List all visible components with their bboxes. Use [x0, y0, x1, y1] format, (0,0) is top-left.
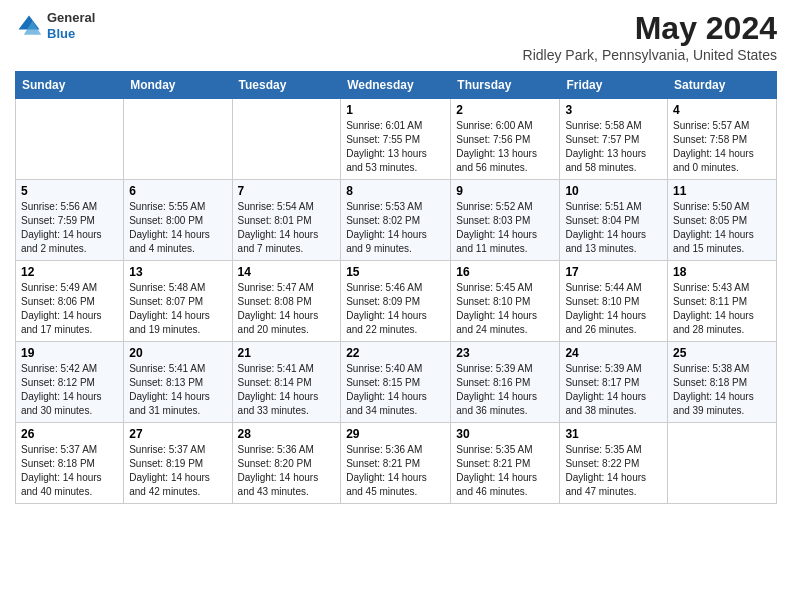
day-number: 14 — [238, 265, 336, 279]
day-number: 23 — [456, 346, 554, 360]
calendar-cell — [124, 99, 232, 180]
day-number: 15 — [346, 265, 445, 279]
calendar-cell: 20Sunrise: 5:41 AMSunset: 8:13 PMDayligh… — [124, 342, 232, 423]
day-number: 21 — [238, 346, 336, 360]
logo-general: General — [47, 10, 95, 26]
day-number: 7 — [238, 184, 336, 198]
day-number: 9 — [456, 184, 554, 198]
week-row-0: 1Sunrise: 6:01 AMSunset: 7:55 PMDaylight… — [16, 99, 777, 180]
day-number: 2 — [456, 103, 554, 117]
calendar-cell: 21Sunrise: 5:41 AMSunset: 8:14 PMDayligh… — [232, 342, 341, 423]
header-sunday: Sunday — [16, 72, 124, 99]
cell-info: Sunrise: 5:44 AMSunset: 8:10 PMDaylight:… — [565, 281, 662, 337]
day-number: 1 — [346, 103, 445, 117]
calendar-cell: 31Sunrise: 5:35 AMSunset: 8:22 PMDayligh… — [560, 423, 668, 504]
cell-info: Sunrise: 6:01 AMSunset: 7:55 PMDaylight:… — [346, 119, 445, 175]
logo: General Blue — [15, 10, 95, 41]
month-title: May 2024 — [523, 10, 777, 47]
page-header: General Blue May 2024 Ridley Park, Penns… — [15, 10, 777, 63]
cell-info: Sunrise: 5:35 AMSunset: 8:21 PMDaylight:… — [456, 443, 554, 499]
day-number: 28 — [238, 427, 336, 441]
cell-info: Sunrise: 5:47 AMSunset: 8:08 PMDaylight:… — [238, 281, 336, 337]
week-row-4: 26Sunrise: 5:37 AMSunset: 8:18 PMDayligh… — [16, 423, 777, 504]
calendar-cell: 13Sunrise: 5:48 AMSunset: 8:07 PMDayligh… — [124, 261, 232, 342]
calendar-cell: 23Sunrise: 5:39 AMSunset: 8:16 PMDayligh… — [451, 342, 560, 423]
calendar-table: SundayMondayTuesdayWednesdayThursdayFrid… — [15, 71, 777, 504]
day-number: 27 — [129, 427, 226, 441]
day-number: 26 — [21, 427, 118, 441]
calendar-cell: 17Sunrise: 5:44 AMSunset: 8:10 PMDayligh… — [560, 261, 668, 342]
header-friday: Friday — [560, 72, 668, 99]
title-block: May 2024 Ridley Park, Pennsylvania, Unit… — [523, 10, 777, 63]
calendar-cell: 3Sunrise: 5:58 AMSunset: 7:57 PMDaylight… — [560, 99, 668, 180]
week-row-1: 5Sunrise: 5:56 AMSunset: 7:59 PMDaylight… — [16, 180, 777, 261]
day-number: 4 — [673, 103, 771, 117]
calendar-header-row: SundayMondayTuesdayWednesdayThursdayFrid… — [16, 72, 777, 99]
calendar-body: 1Sunrise: 6:01 AMSunset: 7:55 PMDaylight… — [16, 99, 777, 504]
cell-info: Sunrise: 5:57 AMSunset: 7:58 PMDaylight:… — [673, 119, 771, 175]
day-number: 11 — [673, 184, 771, 198]
day-number: 25 — [673, 346, 771, 360]
calendar-cell: 9Sunrise: 5:52 AMSunset: 8:03 PMDaylight… — [451, 180, 560, 261]
day-number: 10 — [565, 184, 662, 198]
day-number: 29 — [346, 427, 445, 441]
calendar-cell: 4Sunrise: 5:57 AMSunset: 7:58 PMDaylight… — [668, 99, 777, 180]
header-tuesday: Tuesday — [232, 72, 341, 99]
cell-info: Sunrise: 5:38 AMSunset: 8:18 PMDaylight:… — [673, 362, 771, 418]
week-row-2: 12Sunrise: 5:49 AMSunset: 8:06 PMDayligh… — [16, 261, 777, 342]
day-number: 17 — [565, 265, 662, 279]
calendar-cell: 1Sunrise: 6:01 AMSunset: 7:55 PMDaylight… — [341, 99, 451, 180]
day-number: 8 — [346, 184, 445, 198]
day-number: 20 — [129, 346, 226, 360]
day-number: 18 — [673, 265, 771, 279]
calendar-cell: 29Sunrise: 5:36 AMSunset: 8:21 PMDayligh… — [341, 423, 451, 504]
header-wednesday: Wednesday — [341, 72, 451, 99]
day-number: 16 — [456, 265, 554, 279]
day-number: 12 — [21, 265, 118, 279]
cell-info: Sunrise: 5:36 AMSunset: 8:20 PMDaylight:… — [238, 443, 336, 499]
header-thursday: Thursday — [451, 72, 560, 99]
cell-info: Sunrise: 5:58 AMSunset: 7:57 PMDaylight:… — [565, 119, 662, 175]
cell-info: Sunrise: 5:53 AMSunset: 8:02 PMDaylight:… — [346, 200, 445, 256]
day-number: 6 — [129, 184, 226, 198]
calendar-cell: 5Sunrise: 5:56 AMSunset: 7:59 PMDaylight… — [16, 180, 124, 261]
calendar-cell — [16, 99, 124, 180]
cell-info: Sunrise: 5:48 AMSunset: 8:07 PMDaylight:… — [129, 281, 226, 337]
day-number: 13 — [129, 265, 226, 279]
calendar-cell: 27Sunrise: 5:37 AMSunset: 8:19 PMDayligh… — [124, 423, 232, 504]
cell-info: Sunrise: 5:39 AMSunset: 8:16 PMDaylight:… — [456, 362, 554, 418]
cell-info: Sunrise: 5:42 AMSunset: 8:12 PMDaylight:… — [21, 362, 118, 418]
calendar-cell: 16Sunrise: 5:45 AMSunset: 8:10 PMDayligh… — [451, 261, 560, 342]
cell-info: Sunrise: 5:55 AMSunset: 8:00 PMDaylight:… — [129, 200, 226, 256]
calendar-cell: 18Sunrise: 5:43 AMSunset: 8:11 PMDayligh… — [668, 261, 777, 342]
calendar-cell: 2Sunrise: 6:00 AMSunset: 7:56 PMDaylight… — [451, 99, 560, 180]
cell-info: Sunrise: 5:52 AMSunset: 8:03 PMDaylight:… — [456, 200, 554, 256]
day-number: 22 — [346, 346, 445, 360]
calendar-cell: 10Sunrise: 5:51 AMSunset: 8:04 PMDayligh… — [560, 180, 668, 261]
calendar-cell: 26Sunrise: 5:37 AMSunset: 8:18 PMDayligh… — [16, 423, 124, 504]
cell-info: Sunrise: 6:00 AMSunset: 7:56 PMDaylight:… — [456, 119, 554, 175]
location-subtitle: Ridley Park, Pennsylvania, United States — [523, 47, 777, 63]
calendar-cell: 19Sunrise: 5:42 AMSunset: 8:12 PMDayligh… — [16, 342, 124, 423]
day-number: 5 — [21, 184, 118, 198]
cell-info: Sunrise: 5:40 AMSunset: 8:15 PMDaylight:… — [346, 362, 445, 418]
calendar-cell: 7Sunrise: 5:54 AMSunset: 8:01 PMDaylight… — [232, 180, 341, 261]
logo-icon — [15, 12, 43, 40]
calendar-cell — [232, 99, 341, 180]
day-number: 3 — [565, 103, 662, 117]
calendar-cell — [668, 423, 777, 504]
cell-info: Sunrise: 5:46 AMSunset: 8:09 PMDaylight:… — [346, 281, 445, 337]
logo-text: General Blue — [47, 10, 95, 41]
cell-info: Sunrise: 5:51 AMSunset: 8:04 PMDaylight:… — [565, 200, 662, 256]
calendar-cell: 25Sunrise: 5:38 AMSunset: 8:18 PMDayligh… — [668, 342, 777, 423]
day-number: 24 — [565, 346, 662, 360]
cell-info: Sunrise: 5:36 AMSunset: 8:21 PMDaylight:… — [346, 443, 445, 499]
cell-info: Sunrise: 5:41 AMSunset: 8:14 PMDaylight:… — [238, 362, 336, 418]
cell-info: Sunrise: 5:54 AMSunset: 8:01 PMDaylight:… — [238, 200, 336, 256]
calendar-cell: 30Sunrise: 5:35 AMSunset: 8:21 PMDayligh… — [451, 423, 560, 504]
cell-info: Sunrise: 5:49 AMSunset: 8:06 PMDaylight:… — [21, 281, 118, 337]
cell-info: Sunrise: 5:37 AMSunset: 8:18 PMDaylight:… — [21, 443, 118, 499]
calendar-cell: 24Sunrise: 5:39 AMSunset: 8:17 PMDayligh… — [560, 342, 668, 423]
day-number: 30 — [456, 427, 554, 441]
calendar-cell: 11Sunrise: 5:50 AMSunset: 8:05 PMDayligh… — [668, 180, 777, 261]
